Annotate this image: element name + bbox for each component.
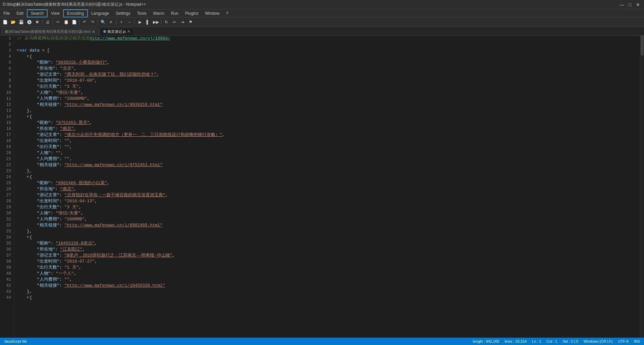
menu-settings[interactable]: Settings (112, 9, 133, 17)
toolbar-wrap[interactable]: ↩ (171, 18, 178, 26)
tab-js-close[interactable]: ✕ (127, 29, 130, 34)
toolbar-zoomout[interactable]: − (126, 18, 133, 26)
tabbar: 解决DataTables搜索框查询结果高亮显示的问题.html ✕ 南京游记.j… (0, 27, 644, 36)
toolbar-macro2[interactable]: ▌ (144, 18, 152, 26)
val-5[interactable]: "9939318,小番茄的旅行" (56, 60, 107, 66)
linenum-38: 38 (3, 259, 11, 265)
indent-20 (17, 150, 37, 156)
comma-30: , (81, 210, 84, 216)
status-ins: INS (634, 339, 640, 343)
colon-26: : (55, 186, 60, 192)
toolbar-cut[interactable]: ✂ (54, 18, 62, 26)
menu-language[interactable]: Language (88, 9, 112, 17)
colon-16: : (55, 126, 60, 132)
menu-encoding[interactable]: Encoding (63, 9, 88, 17)
tab-html-close[interactable]: ✕ (92, 29, 95, 34)
brace-14: { (30, 114, 32, 120)
menu-run[interactable]: Run (168, 9, 182, 17)
key-31: "人均费用" (37, 216, 59, 222)
val-7[interactable]: "两天时间，在南京随了玩，我们还能吃些啥？" (64, 72, 157, 78)
toolbar-undo[interactable]: ↶ (81, 18, 88, 26)
status-left: JavaScript file (4, 339, 27, 343)
fold-icon-34[interactable]: ▼ (27, 234, 29, 240)
val-15[interactable]: "9752453,黑月" (56, 120, 90, 126)
menu-window[interactable]: Window (202, 9, 223, 17)
toolbar-zoomin[interactable]: + (118, 18, 125, 26)
toolbar-replace[interactable]: ≠ (107, 18, 115, 26)
val-42[interactable]: "http://www.mafengwo.cn/i/10455330.html" (64, 283, 165, 289)
menu-file[interactable]: File (0, 9, 13, 17)
colon-38: : (59, 259, 64, 265)
toolbar-new[interactable]: 📄 (1, 18, 9, 26)
url-1[interactable]: http://www.mafengwo.cn/yj/10684/ (90, 36, 170, 42)
fold-icon-14[interactable]: ▼ (27, 114, 29, 120)
code-line-17: "游记文章" : "南京小众但不失情调的地方（更有一、二、三日游路线设计和超棒的… (17, 132, 640, 138)
code-line-30: "人物" : "情侣/夫妻" , (17, 210, 640, 216)
indent-30 (17, 210, 37, 216)
toolbar-close[interactable]: ✖ (34, 18, 41, 26)
val-12[interactable]: "http://www.mafengwo.cn/i/9939318.html" (64, 102, 163, 108)
vscroll-thumb[interactable] (641, 36, 644, 56)
toolbar-open[interactable]: 📂 (9, 18, 17, 26)
menu-macro[interactable]: Macro (150, 9, 168, 17)
indent-5 (17, 60, 37, 66)
val-37[interactable]: "@老卢，2018辞职旅行之：江苏南京--明孝陵·中山陵" (64, 253, 172, 259)
maximize-button[interactable]: □ (627, 1, 633, 8)
val-35[interactable]: "10455330,@老点" (56, 240, 95, 247)
toolbar-sep1 (42, 19, 43, 25)
key-35: "昵称" (37, 240, 51, 247)
indent-34 (17, 234, 27, 240)
toolbar-sep5 (116, 19, 116, 25)
key-7: "游记文章" (37, 72, 59, 78)
toolbar-save[interactable]: 💾 (17, 18, 25, 26)
status-right: length : 942,265 lines : 29,154 Ln : 1 C… (473, 339, 640, 343)
menu-search[interactable]: Search (27, 9, 48, 17)
close-button[interactable]: ✕ (635, 1, 641, 8)
val-25[interactable]: "8982469,很强的小白菜" (56, 180, 107, 186)
val-32[interactable]: "http://www.mafengwo.cn/i/8982469.html" (64, 222, 163, 228)
tab-html[interactable]: 解决DataTables搜索框查询结果高亮显示的问题.html ✕ (1, 28, 99, 35)
indent-4 (17, 54, 27, 60)
close-13: }, (27, 108, 32, 114)
fold-icon-3[interactable]: ▼ (17, 48, 19, 54)
tab-js[interactable]: 南京游记.js ✕ (100, 28, 134, 35)
toolbar-macro3[interactable]: ▶▶ (152, 18, 160, 26)
colon-40: : (51, 271, 56, 277)
val-16[interactable]: "南京" (60, 126, 74, 132)
val-11: "2000RMB" (64, 96, 87, 102)
toolbar-redo[interactable]: ↷ (89, 18, 96, 26)
val-10: "情侣/夫妻" (56, 90, 81, 96)
val-36[interactable]: "江东阳江" (60, 247, 83, 253)
comma-37: , (172, 253, 175, 259)
fold-icon-24[interactable]: ▼ (27, 174, 29, 180)
val-17[interactable]: "南京小众但不失情调的地方（更有一、二、三日游路线设计和超棒的骑行攻略）" (64, 132, 222, 138)
toolbar-macro[interactable]: ▶ (136, 18, 144, 26)
comma-25: , (107, 180, 110, 186)
toolbar-paste[interactable]: 📄 (70, 18, 78, 26)
fold-icon-4[interactable]: ▼ (27, 54, 29, 60)
val-22[interactable]: "http://www.mafengwo.cn/i/9752453.html" (64, 162, 163, 168)
colon-39: : (59, 265, 64, 271)
toolbar-copy[interactable]: 📋 (62, 18, 70, 26)
toolbar-indent[interactable]: ⇥ (179, 18, 186, 26)
val-27[interactable]: "总有惊好在等你：一篇千锤百炼的南京深度游宝典" (64, 192, 165, 198)
menu-view[interactable]: View (48, 9, 63, 17)
vscrollbar[interactable] (640, 36, 644, 338)
toolbar-sync[interactable]: ↻ (163, 18, 170, 26)
toolbar-saveall[interactable]: 💿 (25, 18, 33, 26)
minimize-button[interactable]: — (619, 1, 625, 8)
fold-icon-44[interactable]: ▼ (27, 295, 29, 301)
menu-help[interactable]: ? (223, 9, 232, 17)
toolbar-print[interactable]: 🖨 (44, 18, 51, 26)
toolbar-bookmark[interactable]: ⚑ (187, 18, 194, 26)
linenum-37: 37 (3, 253, 11, 259)
menu-tools[interactable]: Tools (134, 9, 150, 17)
toolbar-find[interactable]: 🔍 (99, 18, 107, 26)
menu-edit[interactable]: Edit (13, 9, 27, 17)
menu-plugins[interactable]: Plugins (182, 9, 202, 17)
indent-38 (17, 259, 37, 265)
indent-7 (17, 72, 37, 78)
colon-30: : (51, 210, 56, 216)
code-area[interactable]: // 从马蜂窝网站抓取的游记相关信息http://www.mafengwo.cn… (14, 36, 640, 338)
val-26[interactable]: "南京" (60, 186, 74, 192)
